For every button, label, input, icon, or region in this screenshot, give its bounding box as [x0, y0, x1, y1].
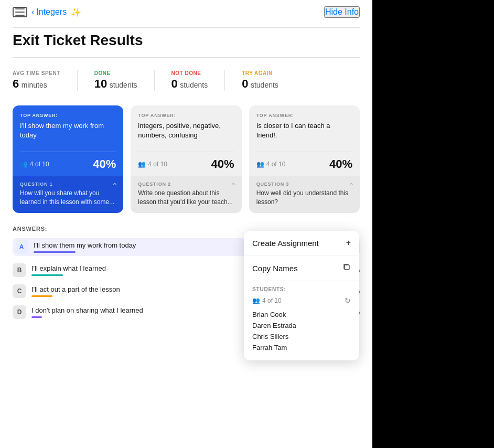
sidebar-toggle-button[interactable] [13, 7, 27, 17]
svg-rect-0 [15, 8, 25, 9]
card-1-divider [20, 152, 116, 152]
top-bar: ‹ Integers ✨ Hide Info [13, 0, 360, 23]
card-2-top-answer-label: TOP ANSWER: [138, 113, 234, 118]
answer-bar-b [31, 274, 63, 276]
stat-done-value: 10 [94, 77, 107, 90]
stat-not-done-unit: students [180, 81, 208, 89]
stats-row: AVG TIME SPENT 6 minutes DONE 10 student… [13, 62, 360, 97]
students-count-text: 4 of 10 [262, 297, 282, 304]
stat-try-again-unit: students [251, 81, 278, 89]
stat-done: DONE 10 students [94, 70, 155, 91]
people-icon-3: 👥 [256, 161, 264, 168]
popup-menu: Create Assignment + Copy Names STUDENTS:… [244, 231, 359, 360]
page-title: Exit Ticket Results [13, 32, 360, 49]
card-3-count: 👥 4 of 10 [256, 161, 286, 168]
plus-icon: + [346, 238, 351, 248]
students-panel: STUDENTS: 👥 4 of 10 ↻ Brian Cook Daren E… [244, 281, 359, 360]
card-3-top-answer-label: TOP ANSWER: [256, 113, 352, 118]
stat-avg-time-label: AVG TIME SPENT [13, 70, 60, 76]
student-name-1: Brian Cook [252, 309, 351, 320]
answer-bar-a [34, 251, 76, 253]
students-people-icon: 👥 [252, 297, 260, 304]
card-3-top: TOP ANSWER: Is closer to I can teach a f… [249, 105, 360, 176]
students-count-row: 👥 4 of 10 ↻ [252, 296, 351, 305]
stat-not-done: NOT DONE 0 students [171, 70, 225, 91]
card-2-percent: 40% [211, 157, 234, 171]
card-3-question-label: QUESTION 3 [256, 182, 352, 187]
card-2-top-answer-text: integers, positive, negative, numbers, c… [138, 121, 234, 146]
card-3-count-text: 4 of 10 [266, 161, 286, 168]
cards-row: TOP ANSWER: I'll show them my work from … [13, 105, 360, 213]
card-2-top: TOP ANSWER: integers, positive, negative… [131, 105, 241, 176]
card-1-question-text: How will you share what you learned in t… [20, 189, 116, 207]
stat-not-done-label: NOT DONE [171, 70, 208, 76]
card-2-stats: 👥 4 of 10 40% [138, 157, 234, 171]
back-button[interactable]: ‹ Integers [31, 7, 67, 17]
chevron-up-icon-2: ⌃ [230, 182, 237, 190]
question-card-3[interactable]: TOP ANSWER: Is closer to I can teach a f… [249, 105, 360, 213]
stat-try-again: TRY AGAIN 0 students [242, 70, 295, 91]
chevron-up-icon-3: ⌃ [348, 182, 355, 190]
card-1-count-text: 4 of 10 [30, 161, 49, 168]
card-1-count: 👥 4 of 10 [20, 161, 49, 168]
copy-names-item[interactable]: Copy Names [244, 255, 359, 281]
card-2-count-text: 4 of 10 [148, 161, 167, 168]
students-count: 👥 4 of 10 [252, 297, 282, 304]
question-card-2[interactable]: TOP ANSWER: integers, positive, negative… [131, 105, 241, 213]
card-1-stats: 👥 4 of 10 40% [20, 157, 116, 171]
card-2-bottom: QUESTION 2 Write one question about this… [131, 176, 241, 213]
answer-letter-a: A [15, 240, 28, 254]
stat-avg-time: AVG TIME SPENT 6 minutes [13, 70, 78, 91]
card-1-question-label: QUESTION 1 [20, 182, 116, 187]
main-panel: ‹ Integers ✨ Hide Info Exit Ticket Resul… [0, 0, 372, 448]
answer-letter-c: C [13, 284, 26, 298]
chevron-up-icon-1: ⌃ [112, 182, 118, 190]
stat-avg-time-unit: minutes [22, 81, 47, 89]
chevron-left-icon: ‹ [31, 7, 34, 17]
card-3-top-answer-text: Is closer to I can teach a friend!. [256, 121, 352, 146]
stat-done-unit: students [110, 81, 137, 89]
question-card-1[interactable]: TOP ANSWER: I'll show them my work from … [13, 105, 123, 213]
sparkle-icon: ✨ [71, 7, 81, 17]
student-name-2: Daren Estrada [252, 320, 351, 331]
create-assignment-item[interactable]: Create Assignment + [244, 231, 359, 255]
card-3-stats: 👥 4 of 10 40% [256, 157, 352, 171]
card-1-bottom: QUESTION 1 How will you share what you l… [13, 176, 123, 213]
refresh-icon[interactable]: ↻ [345, 296, 351, 305]
student-name-4: Farrah Tam [252, 342, 351, 353]
card-1-top-answer-text: I'll show them my work from today [20, 121, 116, 146]
card-3-bottom: QUESTION 3 How well did you understand t… [249, 176, 360, 213]
hide-info-button[interactable]: Hide Info [324, 6, 360, 18]
students-section-label: STUDENTS: [252, 286, 351, 292]
answer-letter-d: D [13, 305, 26, 319]
answer-bar-d [31, 316, 42, 318]
title-divider [13, 57, 360, 58]
card-1-top: TOP ANSWER: I'll show them my work from … [13, 105, 123, 176]
answer-bar-c [31, 295, 52, 297]
stat-try-again-value: 0 [242, 77, 248, 90]
card-3-question-text: How well did you understand this lesson? [256, 189, 352, 207]
copy-names-label: Copy Names [252, 264, 298, 273]
card-2-question-text: Write one question about this lesson tha… [138, 189, 234, 207]
card-1-top-answer-label: TOP ANSWER: [20, 113, 116, 118]
card-1-percent: 40% [93, 157, 116, 171]
card-3-divider [256, 152, 352, 152]
card-2-count: 👥 4 of 10 [138, 161, 167, 168]
copy-icon [342, 263, 351, 273]
people-icon-1: 👥 [20, 161, 28, 168]
top-bar-left: ‹ Integers ✨ [13, 7, 81, 17]
create-assignment-label: Create Assignment [252, 239, 319, 248]
card-3-percent: 40% [329, 157, 352, 171]
stat-avg-time-value: 6 [13, 77, 19, 90]
stat-try-again-label: TRY AGAIN [242, 70, 278, 76]
card-2-question-label: QUESTION 2 [138, 182, 234, 187]
top-divider [13, 27, 360, 28]
stat-not-done-value: 0 [171, 77, 178, 90]
student-name-3: Chris Sillers [252, 331, 351, 342]
stat-done-label: DONE [94, 70, 137, 76]
answer-letter-b: B [13, 263, 26, 277]
card-2-divider [138, 152, 234, 152]
svg-rect-3 [345, 265, 349, 270]
svg-rect-2 [15, 15, 25, 16]
breadcrumb-text: Integers [36, 7, 67, 17]
